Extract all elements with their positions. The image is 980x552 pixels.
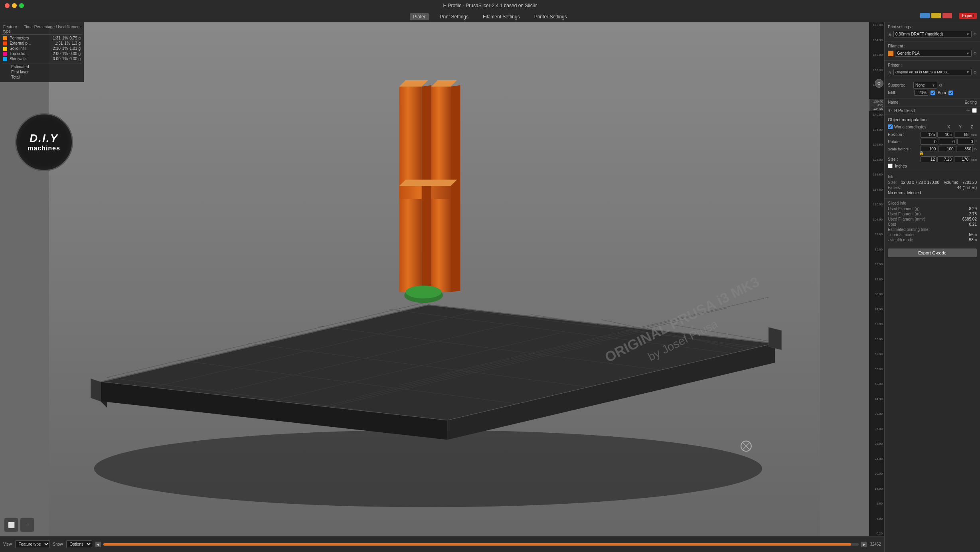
- close-button[interactable]: [5, 3, 10, 8]
- position-y[interactable]: [937, 132, 953, 138]
- filament-arrow: ▼: [966, 51, 970, 55]
- object-list-header: Name Editing: [885, 99, 980, 106]
- feature-type-panel: Feature type Time Percentage Used filame…: [0, 22, 84, 82]
- profile-dropdown[interactable]: 0.30mm DRAFT (modified) ▼: [893, 31, 972, 37]
- filament-m-row: Used Filament (m) 2.78: [888, 212, 977, 216]
- minimize-button[interactable]: [12, 3, 17, 8]
- feature-name-4: Skin/walls: [10, 57, 51, 61]
- object-editing-checkbox[interactable]: [972, 108, 977, 113]
- layer-next-button[interactable]: ▶: [861, 542, 867, 547]
- infill-checkbox[interactable]: [931, 91, 935, 95]
- scale-z[interactable]: [956, 146, 973, 152]
- nav-gear-button[interactable]: ⚙: [875, 79, 883, 88]
- size-z[interactable]: [954, 156, 970, 162]
- rotate-z[interactable]: [957, 139, 975, 145]
- progress-section: ◀ ▶: [95, 542, 867, 547]
- feature-footer-total: Total: [11, 75, 74, 79]
- printer-dropdown[interactable]: Original Prusa i3 MK3S & MK3S+ (modified…: [893, 69, 972, 75]
- print-settings-section: Print settings : 🖨 0.30mm DRAFT (modifie…: [885, 22, 980, 41]
- filament-mm3-label: Used Filament (mm³): [888, 217, 925, 221]
- size-x[interactable]: [921, 156, 937, 162]
- export-gcode-button[interactable]: Export G-code: [888, 248, 977, 257]
- settings-toggle-1[interactable]: [920, 13, 930, 18]
- menu-plater[interactable]: Plater: [410, 13, 429, 20]
- menu-printer-settings[interactable]: Printer Settings: [531, 13, 570, 20]
- sliced-info-section: Sliced info Used Filament (g) 8.29 Used …: [885, 198, 980, 245]
- settings-toggle-2[interactable]: [931, 13, 941, 18]
- expert-button[interactable]: Expert: [959, 13, 977, 19]
- infill-label: Infill:: [888, 91, 912, 95]
- view-buttons: ⬜ ≡: [4, 518, 34, 532]
- feature-time-4: 0:00: [53, 57, 60, 61]
- settings-toggle-3[interactable]: [942, 13, 952, 18]
- menu-print-settings[interactable]: Print Settings: [437, 13, 472, 20]
- edit-icon: ✏: [966, 108, 970, 113]
- ruler-mark-28: 29.90: [869, 442, 884, 446]
- right-panel: Print settings : 🖨 0.30mm DRAFT (modifie…: [884, 22, 980, 552]
- options-section: Supports: None ▼ ⚙ Infill: Brim: [885, 79, 980, 99]
- cost-row: Cost 0.21: [888, 222, 977, 227]
- info-volume-value: 7201.20: [962, 180, 977, 185]
- ruler-mark-32: 9.80: [869, 502, 884, 505]
- svg-marker-36: [399, 179, 457, 186]
- scale-y[interactable]: [938, 146, 955, 152]
- feature-name-2: Solid infill: [10, 46, 51, 51]
- info-volume-label: Volume:: [944, 180, 958, 185]
- ruler-mark-23: 55.00: [869, 367, 884, 371]
- feature-name-1: External p...: [10, 41, 53, 45]
- settings-btn-row: [920, 13, 952, 18]
- options-select[interactable]: Options: [66, 540, 92, 548]
- supports-settings-icon[interactable]: ⚙: [939, 83, 942, 87]
- filament-settings-icon[interactable]: ⚙: [973, 51, 977, 55]
- ruler-mark-10: 119.80: [869, 173, 884, 176]
- ruler-mark-3: 155.00: [869, 68, 884, 72]
- position-z[interactable]: [954, 132, 970, 138]
- brim-checkbox[interactable]: [948, 91, 953, 95]
- layer-prev-button[interactable]: ◀: [95, 542, 101, 547]
- menu-filament-settings[interactable]: Filament Settings: [480, 13, 523, 20]
- info-facets-label: Facets:: [888, 185, 901, 190]
- filament-section: Filament : Generic PLA ▼ ⚙: [885, 41, 980, 61]
- layer-progress-bar: [103, 543, 859, 546]
- feature-total: Total: [3, 75, 81, 80]
- 3d-view-button[interactable]: ⬜: [4, 518, 18, 532]
- position-label: Position :: [888, 132, 920, 137]
- bottom-bar: View Feature type Show Options ◀ ▶ 32462: [0, 536, 884, 552]
- size-y[interactable]: [937, 156, 953, 162]
- feature-select[interactable]: Feature type: [15, 540, 50, 548]
- printer-settings-icon[interactable]: ⚙: [973, 70, 977, 75]
- maximize-button[interactable]: [19, 3, 24, 8]
- feature-filament-0: 0.79 g: [69, 36, 81, 40]
- profile-settings-icon[interactable]: ⚙: [973, 32, 977, 36]
- normal-mode-label: - normal mode: [888, 233, 913, 237]
- world-coords-checkbox[interactable]: [888, 124, 893, 129]
- position-x[interactable]: [921, 132, 937, 138]
- feature-row-perimeters: Perimeters 1:31 1% 0.79 g: [2, 35, 82, 41]
- profile-arrow: ▼: [966, 32, 970, 36]
- rotate-y[interactable]: [939, 139, 956, 145]
- logo-machines: machines: [28, 145, 60, 152]
- feature-pct-1: 1%: [64, 41, 70, 45]
- object-item-hprofile[interactable]: 👁 H Profile.stl ✏: [885, 106, 980, 115]
- filament-dropdown[interactable]: Generic PLA ▼: [895, 50, 972, 57]
- ruler-mark-11: 114.80: [869, 188, 884, 191]
- prev-icon: ◀: [97, 542, 99, 546]
- next-icon: ▶: [863, 542, 865, 546]
- printer-row: 🖨 Original Prusa i3 MK3S & MK3S+ (modifi…: [888, 69, 977, 75]
- ruler-mark-14: 99.80: [869, 233, 884, 236]
- layer-view-button[interactable]: ≡: [20, 518, 34, 532]
- feature-footer-estimated: Estimated: [11, 65, 74, 69]
- feature-pct-3: 1%: [62, 51, 68, 56]
- supports-dropdown[interactable]: None ▼: [913, 82, 937, 89]
- inches-checkbox[interactable]: [888, 164, 893, 168]
- col-x-label: X: [944, 125, 954, 129]
- svg-marker-33: [450, 85, 460, 292]
- infill-input[interactable]: [914, 90, 928, 96]
- scale-lock-icon: 🔒: [919, 151, 924, 155]
- feature-col-filament: Used filament: [56, 25, 81, 34]
- viewport[interactable]: ORIGINAL PRUSA i3 MK3 by Josef Prusa: [0, 22, 869, 536]
- editing-col-label: Editing: [964, 100, 977, 104]
- rotate-label: Rotate :: [888, 140, 920, 144]
- rotate-x[interactable]: [921, 139, 938, 145]
- filament-g-row: Used Filament (g) 8.29: [888, 207, 977, 211]
